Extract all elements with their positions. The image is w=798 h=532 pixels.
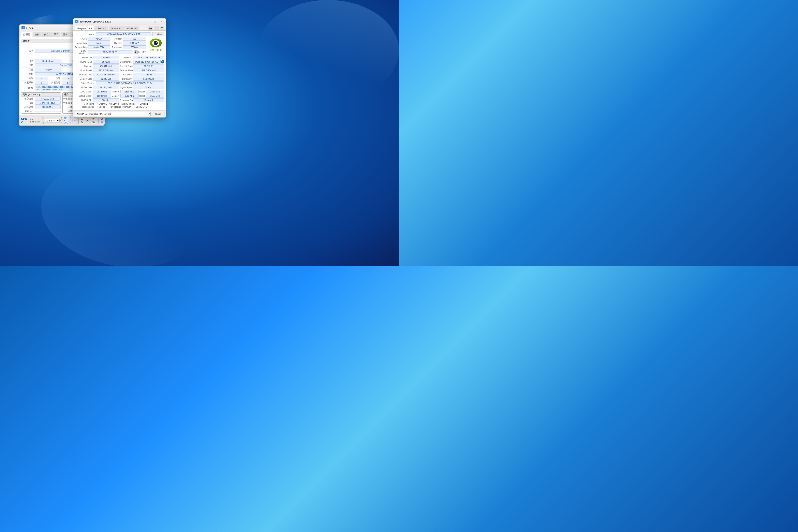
cpu-tech-value: 10 纳米 (35, 68, 61, 72)
physx-label: PhysX (125, 106, 131, 108)
default-clock-value: 1980 MHz (93, 94, 111, 98)
memory-type-value: GDDR6X (Micron) (93, 73, 119, 76)
core-speed-label: 核心速度 (21, 97, 35, 100)
uefi-checkbox[interactable]: ✓ (138, 51, 141, 53)
cpu-ext-family-label: 扩展系列 (21, 81, 35, 84)
tab-advanced[interactable]: Advanced (109, 26, 124, 31)
memory-type-label: Memory Type (75, 73, 92, 76)
tab-spd[interactable]: SPD (51, 32, 60, 37)
driver-version-row: Driver Version 31.0.15.5123 (NVIDIA 551.… (75, 81, 165, 85)
directcompute-checkbox[interactable]: ✓ (118, 102, 121, 105)
technologies-row: Technologies ✓ Vulkan ✓ Ray Tracing ✓ Ph… (75, 106, 165, 108)
gpu-name-row: Name NVIDIA GeForce RTX 4070 SUPER Looku… (75, 32, 165, 36)
gpuz-minimize-button[interactable]: ─ (145, 20, 151, 24)
svg-point-3 (156, 41, 157, 43)
gpu-half: GPU AD104 (75, 37, 110, 41)
l1i-label: 一级 指令 (63, 101, 74, 104)
opengl-checkbox[interactable]: ✓ (133, 106, 135, 108)
clock-section-title: 时钟 (P-Core #0) (21, 93, 61, 97)
gpuz-bottom-bar: NVIDIA GeForce RTX 4070 SUPER Close (73, 110, 166, 117)
device-id-label: Device ID (120, 56, 132, 59)
gpu-revision-row: GPU AD104 Revision A1 (75, 37, 146, 41)
revision-value: A1 (123, 37, 147, 41)
default-boost-value: 2565 MHz (146, 94, 165, 98)
rops-value: 80 / 224 (93, 60, 119, 64)
gpuz-app-icon: G (75, 20, 78, 23)
shaders-value: 7168 Unified (93, 64, 119, 68)
sli-half: NVIDIA SLI Disabled (75, 98, 119, 102)
tools-button[interactable]: 工具 (78, 117, 85, 124)
bandwidth-half: Bandwidth 513.8 GB/s (120, 77, 165, 81)
driver-date-sig-row: Driver Date Jan 18, 2024 Digital Signatu… (75, 86, 165, 89)
bios-export-icon[interactable]: ⬆ (134, 50, 138, 54)
validate-button[interactable]: 验证 (90, 117, 97, 124)
bus-interface-half: Bus Interface PCIe x16 4.0 @ x16 4.0 ? (120, 60, 165, 64)
directcompute-label: DirectCompute (121, 102, 136, 105)
bus-interface-label: Bus Interface (120, 61, 132, 63)
shaders-directx-row: Shaders 7168 Unified DirectX Support 12 … (75, 64, 165, 68)
buswidth-half: Bus Width 192 bit (120, 73, 165, 76)
multiplier-row: 倍频 x 57.0 (8.0 - 60.0) (21, 101, 61, 105)
bus-speed-label: 总线速度 (21, 106, 35, 109)
gpuz-restore-button[interactable]: □ (152, 20, 157, 24)
svg-point-2 (154, 41, 158, 45)
refresh-icon-btn[interactable]: ↻ (154, 26, 159, 31)
gpu-clock-value: 2012 MHz (93, 90, 111, 93)
ray-tracing-checkbox[interactable]: ✓ (107, 106, 109, 108)
bus-interface-value: PCIe x16 4.0 @ x16 4.0 (133, 60, 160, 64)
tech-items: ✓ Vulkan ✓ Ray Tracing ✓ PhysX ✓ OpenGL … (96, 106, 165, 108)
camera-icon-btn[interactable]: 📷 (148, 26, 153, 31)
physx-check: ✓ PhysX (122, 106, 131, 108)
transistors-label: Transistors (111, 46, 122, 49)
revision-label: Revision (111, 38, 122, 40)
gpuz-title: TechPowerUp GPU-Z 2.57.0 (80, 20, 112, 23)
bus-interface-help-icon[interactable]: ? (161, 60, 165, 63)
die-half: Die Size 294 mm² (111, 41, 147, 45)
cpu-model-label: 型号 (48, 77, 61, 80)
bus-speed-value: 100.00 MHz (35, 105, 61, 109)
tab-mainboard[interactable]: 主板 (33, 32, 41, 37)
driver-date-value: Jan 18, 2024 (93, 86, 119, 89)
clock-section: 时钟 (P-Core #0) 核心速度 5700.00 MHz 倍频 x 57.… (21, 92, 61, 114)
driver-version-label: Driver Version (75, 82, 95, 84)
gpuz-content: Name NVIDIA GeForce RTX 4070 SUPER Looku… (73, 31, 166, 110)
gpuz-close-button[interactable]: ✕ (158, 20, 164, 24)
tab-validation[interactable]: Validation (124, 26, 139, 31)
default-boost-label: Boost (139, 95, 145, 97)
vulkan-checkbox[interactable]: ✓ (96, 106, 98, 108)
processor-select[interactable]: 处理器 #1 (44, 119, 60, 122)
tab-graphics-card[interactable]: Graphics Card (75, 26, 94, 31)
sli-rebar-row: NVIDIA SLI Disabled Resizable BAR Disabl… (75, 98, 165, 102)
directml-check: ✓ DirectML (137, 102, 148, 105)
directml-checkbox[interactable]: ✓ (137, 102, 139, 105)
threads-label: 线程数 (70, 116, 72, 125)
default-memory-label: Memory (112, 95, 120, 97)
memory-size-label: Memory Size (75, 78, 92, 80)
nvidia-eye-icon (149, 38, 163, 48)
directx-label: DirectX Support (120, 65, 132, 67)
tab-graphics[interactable]: 显卡 (61, 32, 70, 37)
gpu-select[interactable]: NVIDIA GeForce RTX 4070 SUPER (75, 112, 151, 116)
gpu-boost-value: 2597 MHz (146, 90, 165, 93)
gpuz-close-btn[interactable]: Close (152, 112, 165, 116)
bios-value: 95.04.69.00.F7 (88, 50, 133, 54)
pixel-fillrate-value: 207.8 GPixel/s (93, 69, 119, 72)
memsize-bandwidth-row: Memory Size 12288 MB Bandwidth 513.8 GB/… (75, 77, 165, 81)
cpu-codename-label: 代号 (21, 60, 35, 62)
physx-checkbox[interactable]: ✓ (122, 106, 125, 108)
uefi-label: UEFI (141, 51, 146, 53)
bandwidth-label: Bandwidth (120, 78, 132, 80)
tab-memory[interactable]: 内存 (42, 32, 51, 37)
cpu-instructions-label: 指令集 (21, 87, 35, 90)
subvendor-device-row: Subvendor Gigabyte Device ID 10DE 2783 -… (75, 56, 165, 59)
menu-icon-btn[interactable]: ☰ (159, 26, 165, 31)
ok-button[interactable]: 确定 (98, 117, 105, 124)
tab-processor[interactable]: 处理器 (21, 32, 32, 37)
nvidia-sli-value: Disabled (93, 98, 119, 102)
cuda-checkbox[interactable]: ✓ (108, 102, 111, 105)
opencl-checkbox[interactable]: ✓ (96, 102, 98, 105)
memtype-half: Memory Type GDDR6X (Micron) (75, 73, 119, 76)
lookup-button[interactable]: Lookup (152, 32, 165, 36)
bus-speed-row: 总线速度 100.00 MHz (21, 105, 61, 109)
tab-sensors[interactable]: Sensors (95, 26, 108, 31)
